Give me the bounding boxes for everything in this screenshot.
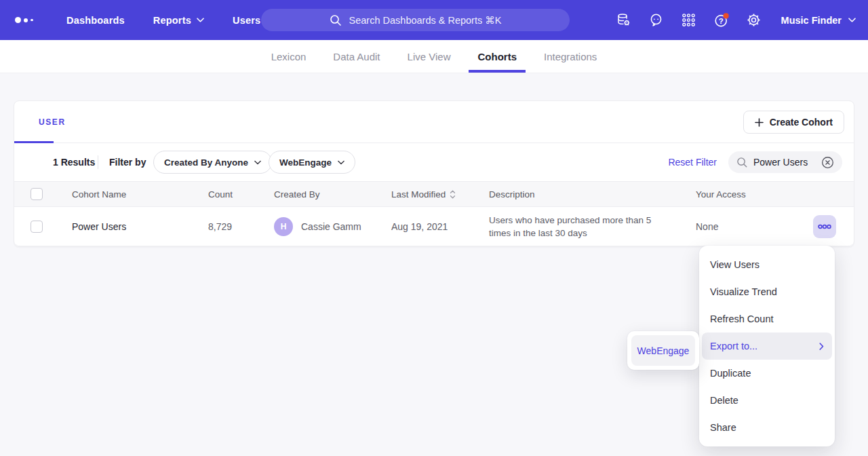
- chevron-down-icon: [338, 160, 344, 165]
- column-header-created-by: Created By: [274, 182, 320, 206]
- row-checkbox[interactable]: [31, 221, 43, 233]
- menu-item-share[interactable]: Share: [699, 414, 835, 441]
- tab-data-audit[interactable]: Data Audit: [331, 40, 382, 73]
- cohort-count: 8,729: [208, 207, 232, 246]
- data-management-icon[interactable]: [608, 0, 640, 40]
- export-submenu: WebEngage: [627, 331, 699, 370]
- svg-text:?: ?: [718, 16, 723, 24]
- tab-integrations[interactable]: Integrations: [542, 40, 599, 73]
- notification-badge: [723, 13, 728, 18]
- tab-cohorts[interactable]: Cohorts: [475, 40, 519, 73]
- created-by-name: Cassie Gamm: [301, 221, 361, 232]
- menu-item-duplicate[interactable]: Duplicate: [699, 360, 835, 387]
- nav-item-label: Dashboards: [66, 15, 125, 26]
- top-navbar: Dashboards Reports Users Search Dashboar…: [0, 0, 868, 40]
- global-search-input[interactable]: Search Dashboards & Reports ⌘K: [261, 9, 570, 31]
- sort-icon: [450, 190, 456, 199]
- results-count: 1 Results: [53, 143, 95, 181]
- nav-item-label: Users: [233, 15, 260, 26]
- help-icon[interactable]: ?: [705, 0, 738, 40]
- plus-icon: [755, 118, 764, 127]
- nav-item-dashboards[interactable]: Dashboards: [66, 15, 125, 26]
- nav-item-users[interactable]: Users: [233, 15, 260, 26]
- integration-dropdown[interactable]: WebEngage: [269, 151, 355, 174]
- global-search-placeholder: Search Dashboards & Reports ⌘K: [349, 15, 502, 26]
- clear-search-icon[interactable]: [821, 156, 834, 169]
- dropdown-value: Created By Anyone: [164, 157, 248, 168]
- settings-icon[interactable]: [738, 0, 770, 40]
- tab-label: Lexicon: [271, 51, 307, 62]
- menu-item-label: Export to...: [710, 341, 757, 352]
- table-header-row: Cohort Name Count Created By Last Modifi…: [14, 181, 854, 207]
- menu-item-export-to[interactable]: Export to...: [702, 332, 832, 360]
- nav-item-reports[interactable]: Reports: [153, 15, 204, 26]
- tab-user-cohorts[interactable]: USER: [39, 101, 66, 142]
- dropdown-value: WebEngage: [279, 157, 332, 168]
- apps-grid-icon[interactable]: [673, 0, 705, 40]
- search-icon: [736, 157, 748, 168]
- created-by-dropdown[interactable]: Created By Anyone: [153, 151, 272, 174]
- create-cohort-button[interactable]: Create Cohort: [743, 111, 844, 134]
- cohort-name[interactable]: Power Users: [72, 207, 126, 246]
- create-cohort-label: Create Cohort: [770, 117, 833, 128]
- created-by-cell: H Cassie Gamm: [274, 207, 361, 246]
- row-actions-menu-button[interactable]: [813, 215, 836, 238]
- table-row[interactable]: Power Users 8,729 H Cassie Gamm Aug 19, …: [14, 207, 854, 246]
- column-header-label: Last Modified: [391, 189, 446, 200]
- column-header-description: Description: [489, 182, 664, 206]
- tab-label: Cohorts: [477, 51, 517, 62]
- chevron-down-icon: [197, 18, 204, 22]
- more-options-icon: [818, 224, 831, 229]
- menu-item-refresh-count[interactable]: Refresh Count: [699, 305, 835, 332]
- menu-item-view-users[interactable]: View Users: [699, 251, 835, 278]
- column-header-your-access: Your Access: [696, 182, 746, 206]
- tab-label: Data Audit: [333, 51, 380, 62]
- chevron-down-icon: [848, 18, 856, 22]
- your-access-cell: None: [696, 207, 718, 246]
- description-cell: Users who have purchased more than 5 tim…: [489, 214, 664, 240]
- chevron-down-icon: [254, 160, 261, 165]
- tab-lexicon[interactable]: Lexicon: [269, 40, 309, 73]
- navbar-right-cluster: ? Music Finder: [608, 0, 868, 40]
- nav-item-label: Reports: [153, 15, 191, 26]
- card-header: USER Create Cohort: [14, 101, 854, 143]
- feedback-icon[interactable]: [640, 0, 673, 40]
- last-modified-cell: Aug 19, 2021: [391, 207, 448, 246]
- primary-nav: Dashboards Reports Users: [66, 15, 260, 26]
- row-context-menu: View Users Visualize Trend Refresh Count…: [699, 246, 835, 446]
- cohorts-card: USER Create Cohort 1 Results Filter by C…: [14, 100, 854, 247]
- cohort-search-input[interactable]: [753, 157, 816, 168]
- project-switcher[interactable]: Music Finder: [781, 15, 856, 26]
- menu-item-delete[interactable]: Delete: [699, 387, 835, 414]
- mixpanel-logo-icon[interactable]: [15, 17, 46, 23]
- tab-live-view[interactable]: Live View: [406, 40, 453, 73]
- menu-item-visualize-trend[interactable]: Visualize Trend: [699, 278, 835, 305]
- select-all-checkbox[interactable]: [31, 188, 43, 200]
- tab-label: Integrations: [544, 51, 597, 62]
- divider: [98, 155, 98, 169]
- column-header-last-modified[interactable]: Last Modified: [391, 182, 456, 206]
- project-name: Music Finder: [781, 15, 842, 26]
- column-header-cohort-name: Cohort Name: [72, 182, 126, 206]
- search-icon: [330, 14, 342, 26]
- reset-filter-link[interactable]: Reset Filter: [668, 143, 717, 181]
- tab-label: USER: [39, 117, 66, 127]
- filter-toolbar: 1 Results Filter by Created By Anyone We…: [14, 143, 854, 181]
- tab-label: Live View: [408, 51, 451, 62]
- submenu-item-webengage[interactable]: WebEngage: [631, 335, 695, 366]
- avatar: H: [274, 217, 293, 236]
- filter-by-label: Filter by: [109, 143, 146, 181]
- cohort-search-box: [728, 151, 842, 173]
- column-header-count: Count: [208, 182, 233, 206]
- section-tab-bar: Lexicon Data Audit Live View Cohorts Int…: [0, 40, 868, 73]
- chevron-right-icon: [819, 343, 824, 350]
